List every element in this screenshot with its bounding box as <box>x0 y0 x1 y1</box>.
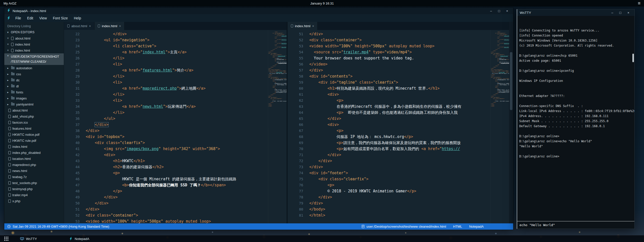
code-line[interactable]: <p> <box>309 97 490 103</box>
code-editor[interactable]: </div> <ul id="navigation"> <li class="a… <box>86 30 268 223</box>
code-line[interactable]: <h1>特別為建築及鐵路而設，現代化的 Minecraft 世界.</h1> <box>309 85 490 91</box>
code-line[interactable]: <div id="footer"> <box>309 170 490 176</box>
line-number-gutter[interactable]: 2223242526272829303132333435363738394041… <box>64 30 86 223</box>
code-line[interactable]: <ul id="navigation"> <box>86 37 268 43</box>
tree-folder-item[interactable]: ▸css <box>4 71 64 77</box>
tree-folder-item[interactable]: ▸autostation <box>4 65 64 71</box>
tree-file-item[interactable]: news.html <box>4 168 64 174</box>
tree-file-item[interactable]: about.html <box>4 107 64 113</box>
close-file-icon[interactable]: × <box>6 37 10 40</box>
code-line[interactable]: </div> <box>86 200 268 206</box>
terminal-scrollbar[interactable] <box>632 54 634 62</box>
tree-file-item[interactable]: index.html <box>4 144 64 150</box>
minimap[interactable]: </div> <ul id="navigation"> <li class="a… <box>490 30 509 223</box>
code-line[interactable]: <a href="mapredirect.php">網上地圖</a> <box>86 85 268 91</box>
caret-right-icon[interactable]: ▸ <box>6 103 10 106</box>
code-line[interactable]: <p> <box>309 182 490 188</box>
close-tab-icon[interactable]: × <box>119 24 121 28</box>
tree-folder-item[interactable]: ▸dl <box>4 83 64 89</box>
code-line[interactable]: </li> <box>86 110 268 116</box>
tree-folder-item[interactable]: ▸images <box>4 95 64 101</box>
tree-folder-item[interactable]: ▸fonts <box>4 89 64 95</box>
caret-right-icon[interactable]: ▸ <box>6 91 10 94</box>
code-line[interactable]: <div class="clearfix"> <box>309 176 490 182</box>
code-line[interactable]: </div> <box>309 200 490 206</box>
maximize-button[interactable]: □ <box>617 10 624 15</box>
code-line[interactable]: <li> <box>86 97 268 103</box>
code-line[interactable]: </li> <box>86 73 268 79</box>
close-tab-icon[interactable]: × <box>89 24 91 28</box>
menu-item-edit[interactable]: Edit <box>24 15 36 21</box>
code-line[interactable]: <a href="news.html">玩家傳送門</a> <box>86 103 268 110</box>
tree-file-item[interactable]: testmysql.php <box>4 186 64 192</box>
code-line[interactable]: <div> <box>86 152 268 158</box>
caret-right-icon[interactable]: ▸ <box>6 97 10 100</box>
code-line[interactable]: <video width="100%" height="500px" autop… <box>86 218 268 223</box>
code-line[interactable]: <video width="100%" height="500px" autop… <box>309 43 490 49</box>
code-line[interactable]: <div id="topbox"> <box>86 134 268 140</box>
tree-file-item[interactable]: trailer.mp4 <box>4 192 64 198</box>
open-editor-item[interactable]: ×about.html <box>4 35 64 41</box>
code-line[interactable]: </html> <box>309 212 490 218</box>
code-line[interactable]: <li> <box>86 61 268 67</box>
tree-file-item[interactable]: location.html <box>4 156 64 162</box>
code-line[interactable]: </div> <box>309 31 490 37</box>
close-button[interactable]: × <box>504 8 511 13</box>
code-line[interactable]: </div> <box>86 206 268 212</box>
code-line[interactable]: </div> <box>86 194 268 200</box>
terminal-input[interactable]: echo "Hello World" <box>517 221 634 229</box>
code-line[interactable]: </div> <box>86 31 268 37</box>
tree-file-item[interactable]: teabag.7z <box>4 174 64 180</box>
app-launcher-button[interactable] <box>3 235 10 242</box>
code-editor[interactable]: </div><div class="container"><video widt… <box>309 30 490 223</box>
tree-file-item[interactable]: HKWTC rule.pdf <box>4 137 64 144</box>
menu-item-view[interactable]: View <box>37 15 50 21</box>
code-line[interactable]: <div class="container"> <box>86 212 268 218</box>
code-line[interactable]: <source src="trailer.mp4" type="video/mp… <box>309 49 490 55</box>
menu-item-file[interactable]: File <box>13 15 24 21</box>
open-editor-item[interactable]: ×index.html <box>4 47 64 53</box>
code-line[interactable]: </div> <box>309 152 490 158</box>
code-line[interactable]: <h2>香港的建築伺服器</h2> <box>86 164 268 170</box>
code-line[interactable]: <a href="index.html">主頁</a> <box>86 49 268 55</box>
code-line[interactable]: </div> <box>86 122 268 128</box>
minimap[interactable]: </div> <ul id="navigation"> <li class="a… <box>268 30 287 223</box>
tree-file-item[interactable]: HKWTC notice.pdf <box>4 131 64 137</box>
code-line[interactable]: </li> <box>86 55 268 61</box>
code-line[interactable]: </body> <box>309 206 490 212</box>
code-line[interactable]: </div> <box>309 164 490 170</box>
code-line[interactable]: <div class="clearfix"> <box>86 140 268 146</box>
caret-right-icon[interactable]: ▸ <box>6 85 10 88</box>
status-language-mode[interactable]: HTML <box>453 225 462 228</box>
code-line[interactable]: </div> <box>309 116 490 122</box>
code-line[interactable]: <li> <box>86 79 268 85</box>
code-line[interactable]: Your browser does not support the video … <box>309 55 490 61</box>
close-file-icon[interactable]: × <box>6 49 10 52</box>
scrollbar-thumb[interactable] <box>510 52 512 110</box>
wstty-titlebar[interactable]: WsTTY – □ × <box>517 9 634 16</box>
editor-scrollbar[interactable] <box>509 22 513 223</box>
tab-index-html[interactable]: index.html × <box>95 22 125 30</box>
code-line[interactable]: <div id="tagline" class="clearfix"> <box>309 79 490 85</box>
code-line[interactable]: HKWTC 是一個 Minecraft 的建築伺服器，主要建築計劃包括鐵路 <box>86 176 268 182</box>
code-line[interactable]: <div class="container"> <box>309 37 490 43</box>
line-number-gutter[interactable]: 5152535455565758596061626364656667686970… <box>288 30 309 223</box>
code-line[interactable]: </div> <box>309 194 490 200</box>
minimize-button[interactable]: – <box>609 10 616 15</box>
code-line[interactable]: <div id="contents"> <box>309 73 490 79</box>
tree-file-item[interactable]: x.php <box>4 198 64 204</box>
code-line[interactable]: <h1>HKWTC</h1> <box>86 158 268 164</box>
maximize-button[interactable]: □ <box>496 8 503 13</box>
tree-file-item[interactable]: features.html <box>4 125 64 131</box>
menu-item-help[interactable]: Help <box>71 15 84 21</box>
code-line[interactable]: </p> <box>86 188 268 194</box>
tab-about-html[interactable]: about.html × <box>64 22 95 30</box>
tab-index-html[interactable]: index.html × <box>288 22 318 30</box>
code-line[interactable]: </div> <box>309 158 490 164</box>
code-line[interactable]: <p> <box>86 170 268 176</box>
code-line[interactable]: 在香港的Minecraft 伺服器中，多為小遊戲和純生存的伺服器，較少擁有 <box>309 103 490 110</box>
code-line[interactable]: </video> <box>309 61 490 67</box>
code-line[interactable]: © 2018 - 2019 HKWTC Animation Gamer</p> <box>309 188 490 194</box>
close-file-icon[interactable]: × <box>6 43 10 46</box>
code-line[interactable]: <p>如有問題或需要申請白名單，歡迎加入我們的 <a href="https:/… <box>309 146 490 152</box>
